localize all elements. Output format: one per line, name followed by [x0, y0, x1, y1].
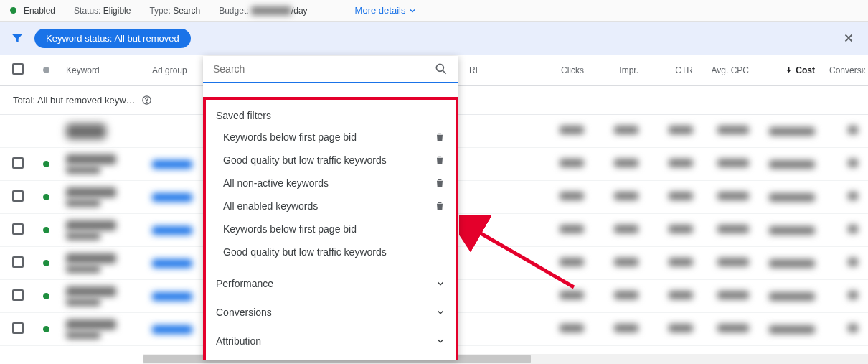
- saved-filter-item[interactable]: All non-active keywords: [206, 172, 456, 195]
- clicks-value: [560, 126, 584, 134]
- filter-category[interactable]: Conversions: [206, 298, 456, 327]
- saved-filter-label: Keywords below first page bid: [223, 223, 357, 235]
- keyword-text: [66, 253, 116, 263]
- add-filter-dropdown: Saved filters Keywords below first page …: [203, 56, 458, 346]
- status-dot-icon: [10, 7, 16, 14]
- filter-category[interactable]: Attribution: [206, 327, 456, 346]
- help-icon[interactable]: [141, 95, 152, 106]
- filter-category-label: Conversions: [216, 307, 272, 318]
- row-checkbox[interactable]: [12, 190, 24, 202]
- cost-column[interactable]: Cost: [756, 65, 822, 75]
- saved-filter-label: Good quality but low traffic keywords: [223, 246, 387, 258]
- filter-category[interactable]: Performance: [206, 269, 456, 298]
- ctr-value: [669, 324, 693, 332]
- saved-filter-item[interactable]: Good quality but low traffic keywords: [206, 241, 456, 263]
- adgroup-link[interactable]: [152, 292, 192, 301]
- impr-value: [614, 291, 638, 299]
- row-checkbox[interactable]: [12, 322, 24, 334]
- filter-category-label: Attribution: [216, 335, 261, 346]
- keyword-column[interactable]: Keyword: [59, 65, 145, 75]
- cost-value: [769, 193, 815, 202]
- summary-label: Total: All but removed keyw…: [13, 95, 136, 106]
- saved-filter-item[interactable]: Good quality but low traffic keywords: [206, 149, 456, 172]
- clicks-column[interactable]: Clicks: [534, 65, 591, 75]
- select-all-checkbox[interactable]: [0, 63, 36, 77]
- ctr-value: [669, 258, 693, 266]
- ctr-value: [669, 159, 693, 167]
- trash-icon[interactable]: [434, 200, 445, 212]
- clicks-value: [560, 258, 584, 266]
- keyword-text: [66, 220, 116, 230]
- cost-value: [769, 259, 815, 268]
- impr-value: [614, 258, 638, 266]
- saved-filter-label: Good quality but low traffic keywords: [223, 154, 387, 166]
- adgroup-column[interactable]: Ad group: [145, 65, 199, 75]
- trash-icon[interactable]: [434, 177, 445, 189]
- chevron-down-icon: [435, 279, 445, 289]
- status-dot-icon: [43, 293, 49, 299]
- keyword-text: [66, 319, 116, 330]
- cpc-value: [717, 258, 749, 266]
- adgroup-link[interactable]: [152, 325, 192, 334]
- impr-value: [614, 159, 638, 167]
- impr-value: [614, 225, 638, 233]
- saved-filter-item[interactable]: Keywords below first page bid: [206, 218, 456, 241]
- arrow-down-icon: [785, 66, 793, 74]
- saved-filter-label: All enabled keywords: [223, 200, 318, 212]
- trash-icon[interactable]: [434, 154, 445, 166]
- conv-value: [848, 324, 858, 332]
- search-input[interactable]: [213, 63, 434, 75]
- budget-field: Budget: /day: [219, 6, 307, 16]
- adgroup-link[interactable]: [152, 259, 192, 268]
- clicks-value: [560, 192, 584, 200]
- saved-filter-label: Keywords below first page bid: [223, 131, 357, 143]
- saved-filter-item[interactable]: Keywords below first page bid: [206, 126, 456, 149]
- row-checkbox[interactable]: [12, 223, 24, 235]
- conv-value: [848, 225, 858, 233]
- row-checkbox[interactable]: [12, 256, 24, 268]
- cost-value: [769, 127, 815, 136]
- filter-icon[interactable]: [10, 31, 24, 45]
- close-icon[interactable]: [842, 32, 855, 45]
- ctr-value: [669, 126, 693, 134]
- trash-icon[interactable]: [434, 131, 445, 143]
- more-details-link[interactable]: More details: [355, 5, 418, 16]
- conv-value: [848, 291, 858, 299]
- filter-chip[interactable]: Keyword status: All but removed: [34, 29, 191, 48]
- clicks-value: [560, 225, 584, 233]
- filter-search[interactable]: [203, 56, 458, 83]
- conv-value: [848, 126, 858, 134]
- avgcpc-column[interactable]: Avg. CPC: [700, 65, 756, 75]
- svg-point-2: [436, 64, 443, 71]
- conversions-column[interactable]: Conversions: [822, 65, 865, 75]
- search-icon: [434, 62, 448, 76]
- status-column: [36, 65, 59, 75]
- keyword-text: [66, 286, 116, 297]
- keyword-text: [66, 187, 116, 197]
- cpc-value: [717, 126, 749, 134]
- adgroup-link[interactable]: [152, 193, 192, 202]
- chevron-down-icon: [435, 336, 445, 346]
- adgroup-link[interactable]: [152, 226, 192, 235]
- status-dot-icon: [43, 194, 49, 200]
- cost-value: [769, 325, 815, 334]
- enabled-label[interactable]: Enabled: [24, 6, 55, 16]
- status-field: Status: Eligible: [74, 6, 131, 16]
- conv-value: [848, 192, 858, 200]
- type-field: Type: Search: [149, 6, 200, 16]
- clicks-value: [560, 159, 584, 167]
- impr-column[interactable]: Impr.: [591, 65, 646, 75]
- adgroup-link[interactable]: [152, 160, 192, 169]
- impr-value: [614, 126, 638, 134]
- cpc-value: [717, 225, 749, 233]
- row-checkbox[interactable]: [12, 289, 24, 301]
- impr-value: [614, 192, 638, 200]
- ctr-column[interactable]: CTR: [646, 65, 700, 75]
- rl-column[interactable]: RL: [462, 65, 534, 75]
- row-checkbox[interactable]: [12, 157, 24, 169]
- saved-filter-item[interactable]: All enabled keywords: [206, 195, 456, 218]
- filter-category-label: Performance: [216, 278, 273, 289]
- keyword-text: [66, 123, 106, 139]
- filter-dropdown-body: Saved filters Keywords below first page …: [203, 97, 458, 346]
- cost-value: [769, 226, 815, 235]
